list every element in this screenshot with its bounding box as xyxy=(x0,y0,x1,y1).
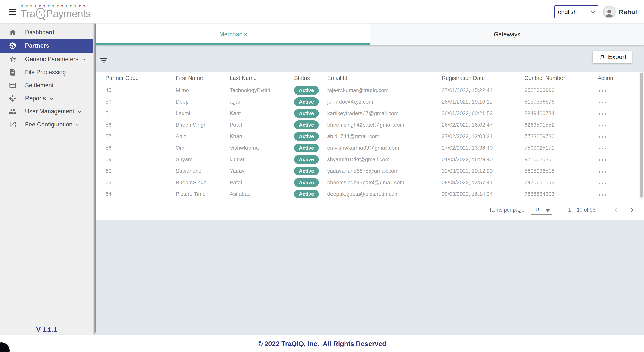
person-icon xyxy=(604,8,615,18)
sidebar-item-settlement[interactable]: Settlement xyxy=(0,79,96,92)
cell-contact-number: 8130356676 xyxy=(524,96,598,108)
menu-icon[interactable] xyxy=(9,9,16,15)
card-icon xyxy=(9,81,16,89)
cell-first-name: Satyanand xyxy=(176,165,230,177)
logo-dot xyxy=(74,5,76,6)
cell-contact-number: 6263501552 xyxy=(524,119,598,131)
footer: © 2022 TraQiQ, Inc. All Rights Reserved xyxy=(0,335,644,352)
row-actions-button[interactable] xyxy=(598,169,607,175)
status-badge: Active xyxy=(294,109,319,118)
row-actions-button[interactable] xyxy=(598,135,607,140)
table-header-row: Partner Code First Name Last Name Status… xyxy=(96,72,639,85)
table-scrollbar[interactable] xyxy=(639,72,644,200)
next-page-icon[interactable] xyxy=(628,206,636,214)
table-scrollbar-thumb[interactable] xyxy=(640,73,643,197)
cell-last-name: kumar xyxy=(230,154,294,165)
cell-first-name: BheemSingh xyxy=(176,119,230,131)
prev-page-icon[interactable] xyxy=(612,206,620,214)
cell-registration-date: 01/03/2022, 16:29:40 xyxy=(442,154,524,165)
cell-email: rajeev.kumar@traqiq.com xyxy=(327,85,442,96)
chevron-down-icon xyxy=(77,109,82,115)
row-actions-button[interactable] xyxy=(598,192,607,197)
export-button[interactable]: Export xyxy=(592,50,632,63)
cell-last-name: TechnologyPvtltd xyxy=(230,85,294,96)
cell-email: shyam2012kr@gmail.com xyxy=(327,154,442,165)
people-icon xyxy=(9,108,16,115)
logo-dot xyxy=(79,5,81,6)
row-actions-button[interactable] xyxy=(598,158,607,163)
sidebar-item-partners[interactable]: Partners xyxy=(0,39,96,53)
page-range: 1 – 10 of 93 xyxy=(568,207,596,213)
cell-last-name: Asifabad xyxy=(230,188,294,200)
cell-status: Active xyxy=(294,85,327,96)
chevron-down-icon xyxy=(49,96,54,101)
cell-last-name: Patel xyxy=(230,119,294,131)
row-actions-button[interactable] xyxy=(598,100,607,105)
cell-action xyxy=(598,142,639,154)
items-per-page-label: Items per page: xyxy=(490,207,526,213)
move-icon xyxy=(9,95,16,102)
language-select[interactable]: english xyxy=(554,5,598,18)
logo-dot xyxy=(21,5,23,6)
cell-action xyxy=(598,177,639,188)
sidebar-item-dashboard[interactable]: Dashboard xyxy=(0,26,96,39)
row-actions-button[interactable] xyxy=(598,123,607,128)
cell-partner-code: 58 xyxy=(96,142,176,154)
cell-contact-number: 9716625351 xyxy=(524,154,598,165)
logo-dot xyxy=(35,5,36,6)
cell-status: Active xyxy=(294,177,327,188)
sidebar-scrollbar-thumb[interactable] xyxy=(94,24,96,333)
sidebar-item-generic-parameters[interactable]: Generic Parameters xyxy=(0,53,96,66)
items-per-page-select[interactable]: 10 xyxy=(531,205,552,215)
cell-registration-date: 02/03/2022, 10:12:00 xyxy=(442,165,524,177)
sidebar-item-fee-configuration[interactable]: Fee Configuration xyxy=(0,118,96,131)
sidebar-item-user-management[interactable]: User Management xyxy=(0,105,96,118)
cell-contact-number: 7470651552 xyxy=(524,177,598,188)
app-version: V 1.1.1 xyxy=(0,326,93,333)
logo-dot xyxy=(48,5,50,6)
tab-merchants[interactable]: Merchants xyxy=(96,23,370,45)
cell-contact-number: 7733059786 xyxy=(524,131,598,142)
export-arrow-icon xyxy=(598,54,605,60)
cell-email: bheemsingh42patel@gmail.com xyxy=(327,177,442,188)
col-status: Status xyxy=(294,72,327,85)
cell-partner-code: 51 xyxy=(96,108,176,119)
logo-dot xyxy=(61,5,63,6)
status-badge: Active xyxy=(294,132,319,141)
cell-status: Active xyxy=(294,142,327,154)
col-action: Action xyxy=(598,72,639,85)
filter-icon[interactable] xyxy=(99,56,108,65)
cell-contact-number: 7599025171 xyxy=(524,142,598,154)
sidebar-scrollbar[interactable] xyxy=(93,23,96,335)
main-area: Merchants Gateways Export Partner Code F… xyxy=(96,23,644,335)
logo-dot xyxy=(39,5,41,6)
cell-action xyxy=(598,154,639,165)
cell-contact-number: 7838834303 xyxy=(524,188,598,200)
row-actions-button[interactable] xyxy=(598,111,607,117)
cell-status: Active xyxy=(294,119,327,131)
row-actions-button[interactable] xyxy=(598,88,607,94)
cell-registration-date: 27/02/2022, 12:03:21 xyxy=(442,131,524,142)
cell-registration-date: 27/01/2022, 15:22:44 xyxy=(442,85,524,96)
sidebar-item-file-processing[interactable]: File Processing xyxy=(0,66,96,79)
row-actions-button[interactable] xyxy=(598,146,607,151)
avatar[interactable] xyxy=(603,5,616,18)
row-actions-button[interactable] xyxy=(598,180,607,186)
tab-gateways[interactable]: Gateways xyxy=(370,23,644,45)
home-icon xyxy=(9,28,16,36)
col-contact-number: Contact Number xyxy=(524,72,598,85)
cell-email: yadavanand6675@gmail.com xyxy=(327,165,442,177)
col-last-name: Last Name xyxy=(230,72,294,85)
content: Export Partner Code First Name Last Name… xyxy=(96,45,644,335)
cell-partner-code: 45 xyxy=(96,85,176,96)
col-email: Email Id xyxy=(327,72,442,85)
cell-status: Active xyxy=(294,108,327,119)
cell-registration-date: 28/01/2022, 19:10:11 xyxy=(442,96,524,108)
sidebar-item-reports[interactable]: Reports xyxy=(0,92,96,105)
table-card: Partner Code First Name Last Name Status… xyxy=(96,72,644,220)
cell-first-name: Laxmi xyxy=(176,108,230,119)
table-row: 63 BheemSingh Patel Active bheemsingh42p… xyxy=(96,177,639,188)
cell-email: john.doe@xyz.com xyxy=(327,96,442,108)
status-badge: Active xyxy=(294,144,319,152)
cell-first-name: BheemSingh xyxy=(176,177,230,188)
